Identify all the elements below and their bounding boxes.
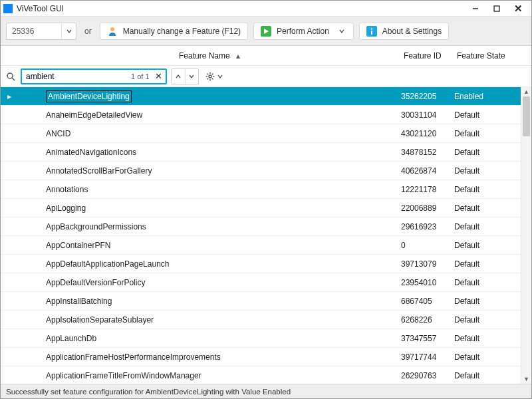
search-next-button[interactable] [185,69,198,84]
cell-feature-name: AppInstallBatching [18,297,401,306]
grid-body: ▸AmbientDeviceLighting35262205EnabledAna… [1,87,531,384]
maximize-button[interactable] [486,2,507,15]
about-settings-button[interactable]: About & Settings [359,23,449,40]
table-row[interactable]: ANCID43021120Default [1,124,521,143]
scroll-thumb[interactable] [523,96,530,136]
scroll-down-button[interactable]: ▼ [521,374,531,384]
table-row[interactable]: AppBackgroundPermissions29616923Default [1,217,521,236]
chevron-up-icon [176,74,181,79]
sort-asc-icon: ▴ [236,51,240,61]
cell-feature-state: Default [454,352,521,362]
cell-feature-id: 43021120 [401,129,454,138]
cell-feature-name: AppDefaultApplicationPageLaunch [18,259,401,269]
table-row[interactable]: AnnotatedScrollBarForGallery40626874Defa… [1,162,521,180]
perform-action-button[interactable]: Perform Action [253,23,354,40]
svg-rect-7 [371,31,372,35]
maximize-icon [493,5,500,12]
window-title: ViVeTool GUI [17,4,465,13]
search-nav [171,68,199,84]
table-row[interactable]: ▸AmbientDeviceLighting35262205Enabled [1,87,521,106]
cell-feature-state: Default [454,129,521,138]
build-combo-dropdown[interactable] [61,23,76,39]
table-row[interactable]: AppDefaultVersionForPolicy23954010Defaul… [1,273,521,292]
search-row: 1 of 1 ✕ [1,66,531,87]
cell-feature-state: Default [454,110,521,120]
cell-feature-name: AnnotatedScrollBarForGallery [18,166,401,176]
table-row[interactable]: AnimatedNavigationIcons34878152Default [1,143,521,162]
search-clear-button[interactable]: ✕ [152,71,166,81]
search-options [203,68,225,84]
cell-feature-state: Default [454,222,521,231]
svg-point-8 [7,73,13,78]
cell-feature-state: Default [454,315,521,325]
col-header-name-label: Feature Name [179,51,230,61]
play-icon [261,26,271,37]
cell-feature-id: 40626874 [401,166,454,176]
table-row[interactable]: AppDefaultApplicationPageLaunch39713079D… [1,255,521,273]
row-indicator: ▸ [1,92,18,101]
cell-feature-name: ApplicationFrameTitleFromWindowManager [18,371,401,380]
cell-feature-id: 12221178 [401,185,454,194]
titlebar: ViVeTool GUI ✕ [1,1,531,17]
chevron-down-icon [339,29,344,34]
cell-feature-state: Enabled [454,92,521,101]
table-row[interactable]: AppInstallBatching6867405Default [1,292,521,311]
build-combo-input[interactable] [7,27,61,36]
cell-feature-state: Default [454,166,521,176]
vertical-scrollbar[interactable]: ▲ ▼ [521,87,531,384]
cell-feature-state: Default [454,278,521,287]
svg-point-6 [371,28,373,30]
minimize-icon [472,5,479,12]
close-button[interactable]: ✕ [507,2,529,15]
cell-feature-name: AnimatedNavigationIcons [18,148,401,157]
cell-feature-id: 6268226 [401,315,454,325]
table-row[interactable]: ApiLogging22006889Default [1,199,521,217]
table-row[interactable]: AppContainerPFN0Default [1,236,521,255]
cell-feature-state: Default [454,241,521,250]
perform-action-dropdown[interactable] [337,29,346,34]
col-header-id[interactable]: Feature ID [401,51,454,61]
cell-feature-id: 39717744 [401,352,454,362]
search-input[interactable] [22,72,128,81]
cell-feature-id: 34878152 [401,148,454,157]
build-combo[interactable] [6,23,76,40]
search-match-count: 1 of 1 [128,72,152,80]
cell-feature-state: Default [454,148,521,157]
chevron-down-icon [217,74,223,79]
gear-icon[interactable] [205,72,215,81]
scroll-up-button[interactable]: ▲ [521,87,531,96]
app-window: ViVeTool GUI ✕ or Manually change a Feat… [0,0,532,399]
app-icon [3,4,13,13]
cell-feature-id: 35262205 [401,92,454,101]
svg-rect-1 [494,6,499,11]
info-icon [366,26,377,37]
cell-feature-id: 29616923 [401,222,454,231]
table-row[interactable]: ApplicationFrameHostPerformanceImproveme… [1,348,521,366]
cell-feature-name: AppContainerPFN [18,241,401,250]
svg-line-17 [207,78,208,79]
perform-action-label: Perform Action [277,27,329,36]
col-header-name[interactable]: Feature Name ▴ [18,51,401,61]
chevron-down-icon [66,29,72,34]
svg-line-18 [211,73,213,74]
cell-feature-state: Default [454,297,521,306]
svg-line-9 [12,78,15,80]
chevron-down-icon [189,74,194,79]
table-row[interactable]: AppLaunchDb37347557Default [1,329,521,348]
cell-feature-state: Default [454,334,521,343]
cell-feature-id: 22006889 [401,203,454,213]
statusbar: Successfully set feature configuration f… [1,384,531,398]
cell-feature-name: AppIsolationSeparateSublayer [18,315,401,325]
manual-change-button[interactable]: Manually change a Feature (F12) [100,23,248,40]
search-options-dropdown[interactable] [217,74,223,79]
search-prev-button[interactable] [172,69,185,84]
col-header-state[interactable]: Feature State [454,51,521,61]
table-row[interactable]: Annotations12221178Default [1,180,521,199]
table-row[interactable]: ApplicationFrameTitleFromWindowManager26… [1,366,521,384]
cell-feature-id: 26290763 [401,371,454,380]
minimize-button[interactable] [465,2,486,15]
table-row[interactable]: AnaheimEdgeDetailedView30031104Default [1,106,521,124]
table-row[interactable]: AppIsolationSeparateSublayer6268226Defau… [1,311,521,329]
cell-feature-id: 23954010 [401,278,454,287]
user-icon [107,26,118,37]
